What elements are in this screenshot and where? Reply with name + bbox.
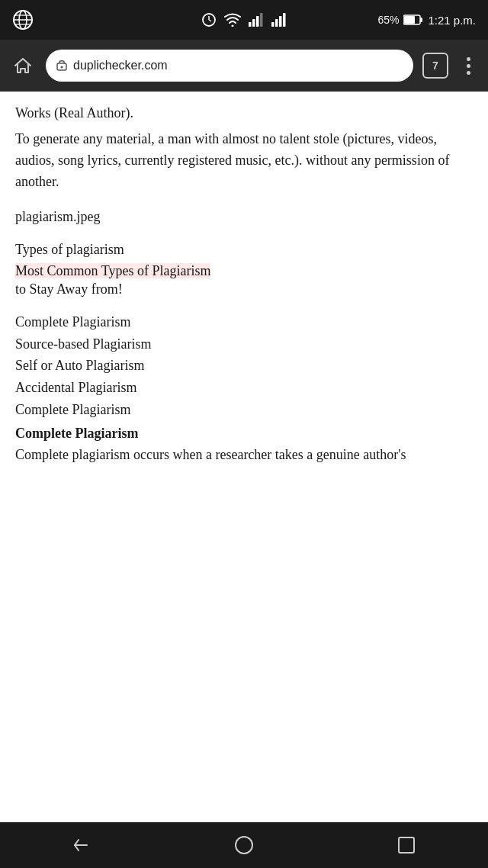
status-bar-center (201, 12, 287, 27)
home-nav-button[interactable] (221, 822, 267, 868)
svg-point-8 (232, 25, 234, 27)
home-circle-icon (235, 836, 253, 854)
status-bar: 65% 1:21 p.m. (0, 0, 488, 40)
signal2-icon (271, 13, 287, 27)
svg-rect-9 (249, 22, 252, 27)
browser-nav: duplichecker.com 7 (0, 40, 488, 92)
time-display: 1:21 p.m. (428, 14, 476, 27)
tab-count-button[interactable]: 7 (422, 53, 448, 79)
heading-highlight: Most Common Types of Plagiarism (15, 263, 210, 278)
menu-dot-1 (467, 57, 470, 61)
globe-icon (12, 9, 34, 31)
url-text: duplichecker.com (73, 59, 168, 72)
svg-rect-11 (256, 16, 259, 27)
home-button[interactable] (9, 52, 37, 79)
section-heading: Most Common Types of Plagiarism to Stay … (15, 261, 473, 297)
svg-line-7 (209, 20, 211, 21)
list-item-3: Self or Auto Plagiarism (15, 355, 473, 377)
heading-end: to Stay Away from! (15, 281, 123, 297)
list-item-4: Accidental Plagiarism (15, 377, 473, 399)
recent-apps-icon (398, 837, 415, 854)
address-bar[interactable]: duplichecker.com (46, 50, 413, 82)
status-bar-right: 65% 1:21 p.m. (377, 14, 476, 27)
paragraph-1: To generate any material, a man with alm… (15, 129, 473, 193)
partial-paragraph: Complete plagiarism occurs when a resear… (15, 445, 473, 466)
lock-icon (56, 58, 67, 73)
battery-percent: 65% (377, 14, 399, 26)
list-item-1: Complete Plagiarism (15, 311, 473, 333)
clock-icon (201, 12, 217, 27)
svg-rect-16 (283, 13, 286, 27)
recent-apps-button[interactable] (384, 822, 429, 868)
list-section: Complete Plagiarism Source-based Plagiar… (15, 311, 473, 421)
status-bar-left (12, 9, 34, 31)
menu-button[interactable] (458, 57, 479, 75)
web-content: Works (Real Author). To generate any mat… (0, 92, 488, 822)
svg-rect-13 (271, 22, 274, 27)
battery-icon (403, 14, 423, 25)
back-arrow-icon (73, 837, 90, 854)
svg-rect-19 (420, 18, 422, 22)
paragraph-1-text: To generate any material, a man with alm… (15, 131, 449, 189)
back-button[interactable] (59, 822, 104, 868)
types-label: Types of plagiarism (15, 242, 473, 258)
cutoff-header: Works (Real Author). (15, 104, 473, 123)
image-label: plagiarism.jpeg (15, 209, 100, 224)
image-label-block: plagiarism.jpeg (15, 207, 473, 228)
types-section: Types of plagiarism Most Common Types of… (15, 242, 473, 297)
wifi-icon (224, 13, 241, 27)
svg-rect-14 (275, 19, 278, 27)
subsection-heading: Complete Plagiarism (15, 426, 473, 442)
svg-rect-12 (260, 13, 263, 27)
signal-icon (249, 13, 264, 27)
menu-dot-3 (467, 71, 470, 75)
tab-count: 7 (432, 59, 438, 72)
list-item-5: Complete Plagiarism (15, 399, 473, 421)
svg-rect-18 (404, 16, 415, 24)
home-icon (13, 56, 33, 76)
svg-rect-10 (252, 19, 255, 27)
menu-dot-2 (467, 64, 470, 68)
list-item-2: Source-based Plagiarism (15, 333, 473, 355)
svg-rect-15 (279, 16, 282, 27)
svg-point-21 (61, 66, 63, 69)
bottom-nav (0, 822, 488, 868)
